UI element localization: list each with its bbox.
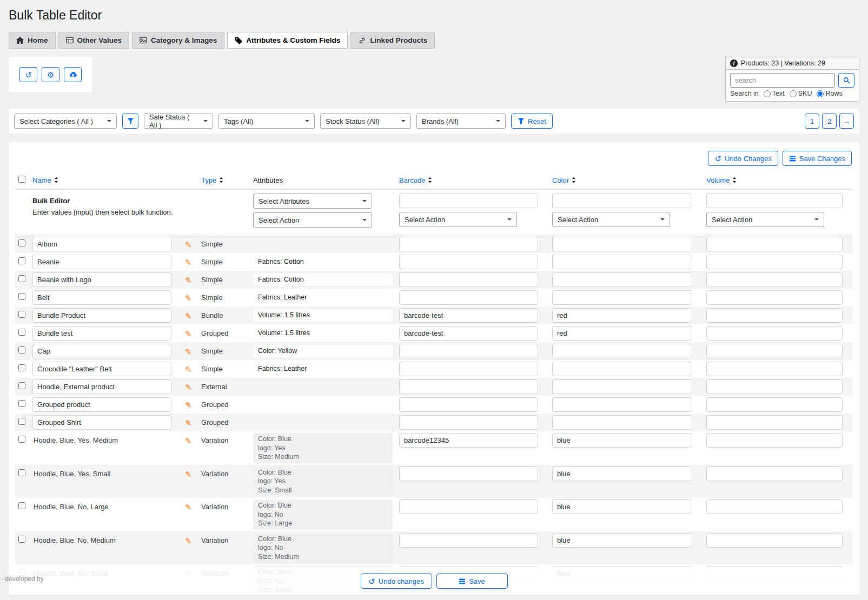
product-volume-input[interactable]	[706, 237, 843, 251]
page-2-button[interactable]: 2	[822, 114, 837, 129]
edit-pencil-icon[interactable]: ✎	[185, 433, 192, 445]
product-volume-input[interactable]	[706, 415, 843, 430]
product-name-input[interactable]	[32, 308, 171, 323]
product-barcode-input[interactable]	[399, 499, 538, 514]
product-color-input[interactable]	[552, 433, 692, 448]
save-changes-button[interactable]: Save Changes	[783, 151, 852, 166]
product-volume-input[interactable]	[706, 397, 843, 412]
save-bottom-button[interactable]: Save	[436, 574, 508, 589]
search-in-text-option[interactable]: Text	[760, 90, 785, 97]
name-column-sort[interactable]: Name	[32, 176, 51, 184]
product-barcode-input[interactable]	[399, 415, 538, 430]
select-attributes-dropdown[interactable]: Select Attributes	[253, 194, 372, 209]
row-checkbox[interactable]	[18, 275, 25, 282]
product-barcode-input[interactable]	[399, 379, 538, 394]
row-checkbox[interactable]	[18, 364, 25, 371]
product-name-input[interactable]	[32, 379, 171, 394]
search-button[interactable]	[838, 73, 854, 88]
product-color-input[interactable]	[552, 290, 692, 305]
barcode-column-sort[interactable]: Barcode	[399, 176, 425, 184]
bulk-barcode-input[interactable]	[399, 194, 538, 208]
stock-status-select[interactable]: Stock Status (All)	[320, 114, 411, 129]
row-checkbox[interactable]	[18, 329, 25, 336]
edit-pencil-icon[interactable]: ✎	[185, 499, 192, 511]
row-checkbox[interactable]	[18, 502, 25, 509]
product-color-input[interactable]	[552, 379, 692, 394]
sort-icon[interactable]	[219, 177, 223, 183]
color-column-sort[interactable]: Color	[552, 176, 569, 184]
page-1-button[interactable]: 1	[805, 114, 819, 129]
select-all-checkbox[interactable]	[18, 176, 25, 183]
product-name-input[interactable]	[32, 290, 171, 305]
edit-pencil-icon[interactable]: ✎	[185, 272, 192, 284]
product-name-input[interactable]	[32, 344, 171, 358]
edit-pencil-icon[interactable]: ✎	[185, 533, 192, 545]
search-input[interactable]	[730, 73, 835, 88]
product-barcode-input[interactable]	[399, 290, 538, 305]
volume-bulk-action-select[interactable]: Select Action	[706, 212, 824, 227]
product-color-input[interactable]	[552, 344, 692, 358]
product-barcode-input[interactable]	[399, 362, 538, 376]
row-checkbox[interactable]	[18, 536, 25, 543]
edit-pencil-icon[interactable]: ✎	[185, 308, 192, 320]
search-in-rows-option[interactable]: Rows	[813, 90, 842, 97]
undo-button[interactable]: ↺	[19, 67, 37, 82]
tab-linked-products[interactable]: Linked Products	[350, 32, 435, 49]
tags-select[interactable]: Tags (All)	[218, 114, 315, 129]
product-barcode-input[interactable]	[399, 272, 538, 287]
color-bulk-action-select[interactable]: Select Action	[552, 212, 670, 227]
product-volume-input[interactable]	[706, 326, 843, 341]
settings-button[interactable]: ⚙	[42, 67, 59, 82]
product-barcode-input[interactable]	[399, 326, 538, 341]
product-color-input[interactable]	[552, 255, 692, 269]
product-name-input[interactable]	[32, 255, 171, 269]
cloud-upload-button[interactable]	[64, 67, 82, 82]
reset-button[interactable]: Reset	[511, 114, 553, 129]
product-barcode-input[interactable]	[399, 255, 538, 269]
product-volume-input[interactable]	[706, 362, 843, 376]
filter-button[interactable]	[122, 114, 138, 129]
type-column-sort[interactable]: Type	[201, 176, 216, 184]
product-color-input[interactable]	[552, 272, 692, 287]
product-volume-input[interactable]	[706, 290, 843, 305]
edit-pencil-icon[interactable]: ✎	[185, 415, 192, 427]
volume-column-sort[interactable]: Volume	[706, 176, 730, 184]
product-barcode-input[interactable]	[399, 308, 538, 323]
product-color-input[interactable]	[552, 397, 692, 412]
row-checkbox[interactable]	[18, 382, 25, 389]
edit-pencil-icon[interactable]: ✎	[185, 237, 192, 249]
product-volume-input[interactable]	[706, 433, 843, 448]
row-checkbox[interactable]	[18, 418, 25, 425]
row-checkbox[interactable]	[18, 469, 25, 476]
tab-other-values[interactable]: Other Values	[58, 32, 130, 49]
edit-pencil-icon[interactable]: ✎	[185, 290, 192, 302]
edit-pencil-icon[interactable]: ✎	[185, 255, 192, 266]
tab-attributes-custom-fields[interactable]: Attributes & Custom Fields	[227, 32, 348, 49]
undo-changes-button[interactable]: ↺Undo Changes	[708, 151, 778, 166]
product-barcode-input[interactable]	[399, 433, 538, 448]
product-color-input[interactable]	[552, 415, 692, 430]
radio-text[interactable]	[764, 90, 771, 97]
row-checkbox[interactable]	[18, 293, 25, 300]
product-volume-input[interactable]	[706, 344, 843, 358]
edit-pencil-icon[interactable]: ✎	[185, 379, 192, 391]
product-name-input[interactable]	[32, 272, 171, 287]
categories-select[interactable]: Select Categories ( All )	[14, 114, 117, 129]
sale-status-select[interactable]: Sale Status ( All )	[144, 114, 213, 129]
edit-pencil-icon[interactable]: ✎	[185, 344, 192, 356]
tab-category-images[interactable]: Category & Images	[132, 32, 224, 49]
product-volume-input[interactable]	[706, 272, 843, 287]
edit-pencil-icon[interactable]: ✎	[185, 326, 192, 338]
product-name-input[interactable]	[32, 397, 171, 412]
search-in-sku-option[interactable]: SKU	[786, 90, 812, 97]
radio-sku[interactable]	[790, 90, 797, 97]
product-volume-input[interactable]	[706, 533, 843, 548]
product-volume-input[interactable]	[706, 308, 843, 323]
row-checkbox[interactable]	[18, 346, 25, 354]
row-checkbox[interactable]	[18, 400, 25, 407]
product-volume-input[interactable]	[706, 379, 843, 394]
product-color-input[interactable]	[552, 237, 692, 251]
tab-home[interactable]: Home	[9, 32, 56, 49]
product-name-input[interactable]	[32, 326, 171, 341]
sort-icon[interactable]	[572, 177, 576, 183]
